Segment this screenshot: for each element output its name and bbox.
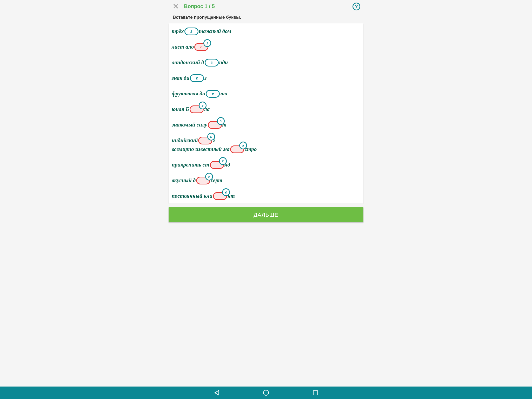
letter-gap[interactable]: е	[190, 74, 204, 82]
exercise-line: фруктовая диета	[172, 90, 360, 98]
navbar-spacer	[169, 227, 363, 239]
exercise-line: индийский йг	[172, 137, 360, 144]
phrase-before: всемирно известный ма	[172, 146, 230, 152]
line-words: трёхэтажный дом	[172, 28, 231, 35]
letter-gap[interactable]: е	[206, 90, 220, 98]
phrase-before: постоянный кли	[172, 193, 212, 199]
letter-gap[interactable]: е	[196, 177, 210, 184]
line-words: всемирно известный маэстро	[172, 145, 257, 153]
close-icon[interactable]: ✕	[172, 2, 180, 11]
exercise-line: знакомый силуэт	[172, 121, 360, 129]
line-words: знакомый силуэт	[172, 121, 227, 129]
letter-gap[interactable]: е	[213, 192, 227, 200]
phrase-before: прикрепить ст	[172, 162, 209, 168]
exercise-line: лист алоеэ	[172, 43, 360, 51]
letter-gap[interactable]: еэ	[194, 43, 208, 51]
exercise-line: прикрепить стенд	[172, 161, 360, 169]
letter-gap[interactable]: й	[198, 137, 212, 144]
phrase-before: индийский	[172, 137, 198, 144]
exercise-line: постоянный клиент	[172, 192, 360, 200]
letter-gap[interactable]: е	[210, 161, 224, 169]
phrase-before: юная Б	[172, 106, 189, 112]
phrase-before: вкусный д	[172, 177, 196, 184]
phrase-before: знакомый силу	[172, 122, 207, 128]
exercise-line: знак диез	[172, 74, 360, 82]
line-words: индийский йг	[172, 137, 215, 144]
phrase-after: з	[204, 75, 207, 81]
phrase-before: фруктовая ди	[172, 90, 205, 97]
android-navbar	[0, 387, 532, 399]
line-words: лист алоеэ	[172, 43, 209, 51]
letter-gap[interactable]: э	[230, 145, 244, 153]
phrase-before: лист ало	[172, 44, 194, 50]
line-words: лондонский денди	[172, 59, 228, 66]
line-words: знак диез	[172, 74, 207, 82]
exercise-line: юная Бэла	[172, 105, 360, 113]
exercise-line: трёхэтажный дом	[172, 28, 360, 35]
nav-recent-icon[interactable]	[313, 390, 318, 395]
instruction-text: Вставьте пропущенные буквы.	[169, 13, 363, 23]
correction-badge: э	[203, 39, 211, 47]
button-bar: ДАЛЬШЕ	[169, 203, 363, 227]
nav-back-icon[interactable]	[214, 390, 219, 396]
phrase-before: лондонский д	[172, 59, 204, 66]
letter-gap[interactable]: е	[205, 59, 219, 66]
correction-badge: е	[222, 188, 230, 196]
exercise-line: вкусный десерт	[172, 177, 360, 184]
app-container: ✕ Вопрос 1 / 5 ? Вставьте пропущенные бу…	[169, 0, 363, 399]
line-words: фруктовая диета	[172, 90, 227, 98]
letter-gap[interactable]: э	[190, 105, 204, 113]
line-words: постоянный клиент	[172, 192, 235, 200]
exercise-line: лондонский денди	[172, 59, 360, 66]
line-words: юная Бэла	[172, 105, 210, 113]
next-button[interactable]: ДАЛЬШЕ	[169, 207, 363, 222]
question-counter: Вопрос 1 / 5	[184, 3, 215, 9]
exercise-content: трёхэтажный домлист алоеэлондонский денд…	[169, 23, 363, 203]
line-words: прикрепить стенд	[172, 161, 230, 169]
header: ✕ Вопрос 1 / 5 ?	[169, 0, 363, 13]
letter-gap[interactable]: э	[184, 28, 198, 35]
correction-badge: э	[199, 102, 207, 109]
line-words: вкусный десерт	[172, 177, 222, 184]
correction-badge: э	[239, 142, 247, 149]
correction-badge: э	[217, 117, 225, 125]
letter-gap[interactable]: э	[208, 121, 222, 129]
correction-badge: е	[219, 157, 227, 165]
phrase-before: трёх	[172, 28, 184, 35]
phrase-after: тажный дом	[199, 28, 231, 35]
phrase-after: нди	[219, 59, 228, 66]
phrase-after: та	[220, 90, 227, 97]
nav-home-icon[interactable]	[263, 390, 269, 396]
phrase-before: знак ди	[172, 75, 189, 81]
exercise-line: всемирно известный маэстро	[172, 145, 360, 153]
help-icon[interactable]: ?	[353, 3, 360, 10]
